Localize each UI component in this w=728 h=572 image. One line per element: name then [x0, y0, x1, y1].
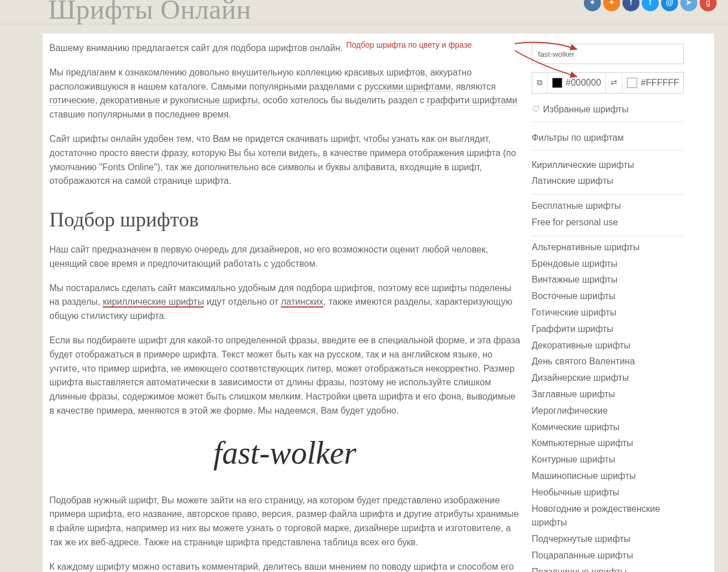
sidebar-group-scripts: Кириллические шрифтыЛатинские шрифты — [532, 154, 684, 195]
favorites-link[interactable]: ♡Избранные шрифты — [532, 103, 684, 122]
social-vk-icon[interactable]: ✶ — [584, 0, 601, 11]
body-p7: Подобрав нужный шрифт, Вы можете зайти н… — [49, 494, 520, 550]
sidebar-item[interactable]: Контурные шрифты — [532, 452, 684, 468]
sidebar-item[interactable]: Заглавные шрифты — [532, 386, 684, 403]
sidebar-item[interactable]: Латинские шрифты — [532, 173, 684, 190]
list-scripts: Кириллические шрифтыЛатинские шрифты — [532, 157, 684, 190]
sidebar-item[interactable]: Праздничные шрифты — [532, 564, 684, 572]
link-graffiti[interactable]: граффити шрифтами — [427, 95, 517, 106]
intro-p2: Мы предлагаем к ознакомлению довольно вн… — [49, 66, 520, 122]
social-icons: ✶✦ft@➤g — [584, 0, 717, 11]
sidebar-item[interactable]: Необычные шрифты — [532, 485, 684, 501]
sidebar-item[interactable]: Иероглифические — [532, 403, 684, 419]
background-color[interactable]: #FFFFFF — [622, 73, 684, 93]
sidebar-item[interactable]: Альтернативные шрифты — [532, 239, 684, 256]
sidebar-item[interactable]: Дизайнерские шрифты — [532, 370, 684, 386]
link-gothic[interactable]: готические — [49, 95, 95, 106]
list-price: Бесплатные шрифтыFree for personal use — [532, 198, 684, 231]
sidebar-item[interactable]: Граффити шрифты — [532, 321, 684, 338]
sidebar-item[interactable]: Поцарапанные шрифты — [532, 548, 684, 564]
phrase-input[interactable] — [532, 44, 684, 64]
main-panel: Подбор шрифта по цвету и фразе Вашему вн… — [43, 33, 714, 572]
link-decorative[interactable]: декоративные — [100, 95, 160, 106]
foreground-color[interactable]: #000000 — [548, 73, 606, 93]
swap-icon[interactable]: ⇄ — [606, 73, 622, 93]
sidebar-item[interactable]: Восточные шрифты — [532, 288, 684, 305]
sidebar-item[interactable]: Машинописные шрифты — [532, 468, 684, 485]
sidebar-item[interactable]: Free for personal use — [532, 214, 684, 231]
body-p8: К каждому шрифту можно оставить коммента… — [49, 560, 520, 572]
social-fb-icon[interactable]: f — [622, 0, 639, 11]
sidebar-item[interactable]: Кириллические шрифты — [532, 157, 684, 174]
social-gp-icon[interactable]: g — [700, 0, 717, 11]
sidebar-item[interactable]: Декоративные шрифты — [532, 338, 684, 354]
social-tw-icon[interactable]: t — [642, 0, 659, 11]
link-cyrillic[interactable]: кириллические шрифты — [103, 297, 204, 308]
font-sample: fast-wolker — [49, 428, 520, 478]
link-russian-fonts[interactable]: русскими шрифтами — [364, 82, 451, 92]
social-tg-icon[interactable]: ➤ — [680, 0, 697, 11]
filters-heading: Фильтры по шрифтам — [532, 131, 684, 150]
social-mail-icon[interactable]: @ — [661, 0, 678, 11]
sidebar-item[interactable]: Новогодние и рождественские шрифты — [532, 501, 684, 532]
list-categories: Альтернативные шрифтыБрендовые шрифтыВин… — [532, 239, 684, 572]
body-p5: Мы постарались сделать сайт максимально … — [49, 281, 520, 323]
sidebar-item[interactable]: День святого Валентина — [532, 354, 684, 370]
link-latin[interactable]: латинских — [281, 297, 323, 308]
sidebar-item[interactable]: Компьютерные шрифты — [532, 435, 684, 452]
section-heading: Подбор шрифтов — [49, 204, 520, 236]
article-body: Вашему вниманию предлагается сайт для по… — [43, 33, 532, 572]
sidebar: ⧉ #000000 ⇄ #FFFFFF ♡Избранные шрифты Фи… — [532, 33, 692, 572]
sidebar-item[interactable]: Бесплатные шрифты — [532, 198, 684, 214]
sidebar-item[interactable]: Комические шрифты — [532, 419, 684, 436]
intro-p3: Сайт шрифты онлайн удобен тем, что Вам н… — [49, 132, 520, 188]
copy-icon[interactable]: ⧉ — [532, 73, 548, 93]
sidebar-item[interactable]: Винтажные шрифты — [532, 272, 684, 288]
heart-icon: ♡ — [532, 104, 540, 114]
sidebar-item[interactable]: Готические шрифты — [532, 305, 684, 321]
intro-p1: Вашему вниманию предлагается сайт для по… — [49, 41, 520, 56]
header-bar: Шрифты Онлайн ✶✦ft@➤g — [0, 0, 728, 24]
sidebar-item[interactable]: Брендовые шрифты — [532, 256, 684, 272]
sidebar-group-categories: Альтернативные шрифтыБрендовые шрифтыВин… — [532, 236, 684, 572]
link-handwritten[interactable]: рукописные шрифты — [170, 95, 258, 106]
color-picker-row: ⧉ #000000 ⇄ #FFFFFF — [532, 72, 684, 94]
sidebar-group-price: Бесплатные шрифтыFree for personal use — [532, 195, 684, 236]
social-ok-icon[interactable]: ✦ — [603, 0, 620, 11]
body-p4: Наш сайт предназначен в первую очередь д… — [49, 243, 520, 271]
site-title: Шрифты Онлайн — [48, 0, 251, 31]
sidebar-item[interactable]: Подчеркнутые шрифты — [532, 531, 684, 548]
body-p6: Если вы подбираете шрифт для какой-то оп… — [49, 334, 520, 418]
